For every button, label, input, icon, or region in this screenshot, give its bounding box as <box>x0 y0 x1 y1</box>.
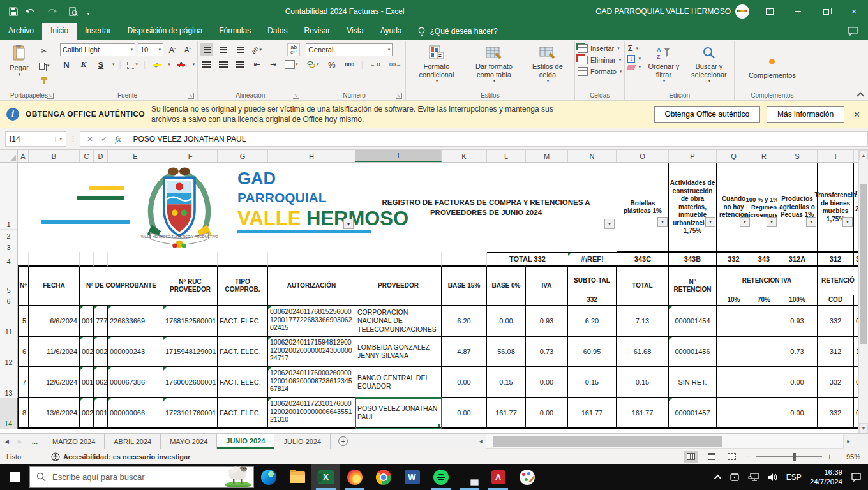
header-ruc[interactable]: Nº RUC PROVEEDOR <box>163 267 218 306</box>
cell-12-total[interactable]: 61.68 <box>617 337 669 368</box>
action-center-icon[interactable] <box>851 472 862 482</box>
header-subtotal-code[interactable]: 332 <box>568 295 617 306</box>
cell-343[interactable]: 343 <box>751 252 777 267</box>
cell-11-date[interactable]: 6/6/2024 <box>29 306 80 337</box>
cell-14-n[interactable]: 8 <box>18 398 29 429</box>
grow-font-icon[interactable]: Aˆ <box>166 43 179 56</box>
tab-insertar[interactable]: Insertar <box>77 23 119 40</box>
taskbar-edge-icon[interactable] <box>254 464 283 490</box>
cell-14-auth[interactable]: 1306202401172310176000120020010000000664… <box>268 398 355 429</box>
align-right-icon[interactable] <box>234 58 246 71</box>
align-bottom-icon[interactable] <box>234 43 246 56</box>
scroll-right-icon[interactable]: ▶ <box>844 434 854 449</box>
cell-12-cod[interactable]: 312 <box>818 337 854 368</box>
comma-style-icon[interactable]: 000 <box>343 58 356 71</box>
find-select-button[interactable]: Buscar y seleccionar▾ <box>687 43 731 90</box>
cell-14-base15[interactable]: 0.00 <box>442 398 487 429</box>
taskbar-search-input[interactable]: Escribe aquí para buscar <box>29 466 254 488</box>
zoom-out-icon[interactable]: − <box>745 452 751 462</box>
align-middle-icon[interactable] <box>217 43 230 56</box>
column-header-N[interactable]: N <box>568 150 617 162</box>
decrease-decimal-icon[interactable]: .00→ <box>386 58 403 71</box>
cell-12-iva[interactable]: 0.73 <box>526 337 568 368</box>
cell-332[interactable]: 332 <box>717 252 751 267</box>
header-cod[interactable]: COD <box>818 295 854 306</box>
header-comprobante[interactable]: Nº DE COMPROBANTE <box>80 267 163 306</box>
cell-14-r70[interactable] <box>751 398 777 429</box>
print-preview-icon[interactable] <box>68 7 78 17</box>
filter-dropdown-construccion[interactable]: ▼ <box>705 217 715 227</box>
cell-12-r10[interactable] <box>717 337 751 368</box>
accounting-format-icon[interactable]: ▾ <box>306 58 320 71</box>
align-left-icon[interactable] <box>200 58 213 71</box>
column-header-G[interactable]: G <box>218 150 268 162</box>
cell-12-n[interactable]: 6 <box>18 337 29 368</box>
cell-11-type[interactable]: FACT. ELEC. <box>218 306 268 337</box>
cell-312a[interactable]: 312A <box>777 252 818 267</box>
taskbar-word-icon[interactable]: W <box>398 464 426 490</box>
cell-12-r100[interactable]: 0.73 <box>777 337 818 368</box>
cell-13-ruc[interactable]: 1760002600001 <box>163 368 218 398</box>
horizontal-scrollbar[interactable]: ◀ ▶ <box>475 434 854 449</box>
fill-button[interactable]: ↓▾ <box>627 55 641 63</box>
column-header-D[interactable]: D <box>94 150 108 162</box>
cell-total-332[interactable]: TOTAL 332 <box>487 252 568 267</box>
italic-button[interactable]: K <box>77 58 90 71</box>
scroll-up-icon[interactable]: ▲ <box>859 150 868 160</box>
column-header-A[interactable]: A <box>18 150 29 162</box>
cell-13-base0[interactable]: 0.15 <box>487 368 526 398</box>
wrap-text-icon[interactable]: abc↵ <box>287 43 300 56</box>
taskbar-chrome-profile-icon[interactable] <box>455 464 484 490</box>
header-iva[interactable]: IVA <box>526 267 568 306</box>
paste-button[interactable]: Pegar ▾ <box>4 43 34 90</box>
insert-cells-button[interactable]: Insertar▾ <box>578 44 622 53</box>
addins-button[interactable]: Complementos <box>746 41 798 90</box>
row-header-6[interactable]: 6 <box>0 295 17 306</box>
volume-icon[interactable] <box>767 473 778 482</box>
taskbar-explorer-icon[interactable] <box>283 464 311 490</box>
sort-filter-button[interactable]: AZ Ordenar y filtrar▾ <box>644 43 684 90</box>
increase-decimal-icon[interactable]: ←.0 <box>368 58 382 71</box>
align-center-icon[interactable] <box>217 58 230 71</box>
filter-dropdown-agricolas[interactable]: ▼ <box>806 217 816 227</box>
header-proveedor[interactable]: PROVEEDOR <box>355 267 442 306</box>
cell-14-cod[interactable]: 332 <box>818 398 854 429</box>
sheet-tab-marzo[interactable]: MARZO 2024 <box>43 434 105 449</box>
tab-datos[interactable]: Datos <box>259 23 296 40</box>
row-header-5[interactable]: 5 <box>0 267 17 295</box>
network-icon[interactable] <box>748 473 759 482</box>
filter-dropdown-logo[interactable]: ▼ <box>343 219 354 229</box>
column-header-M[interactable]: M <box>526 150 568 162</box>
tab-formulas[interactable]: Fórmulas <box>211 23 259 40</box>
column-header-Q[interactable]: Q <box>717 150 751 162</box>
cell-14-nret[interactable]: 000001457 <box>669 398 717 429</box>
header-construccion[interactable]: Actividades de construcción de obra mate… <box>669 163 717 252</box>
header-autorizacion[interactable]: AUTORIZACIÓN <box>268 267 355 306</box>
increase-indent-icon[interactable]: ⇥ <box>267 58 280 71</box>
header-retencion-iva[interactable]: RETENCION IVA <box>717 267 818 295</box>
cell-11-n[interactable]: 5 <box>18 306 29 337</box>
name-box[interactable]: I14▾ <box>5 131 66 147</box>
cell-11-r10[interactable] <box>717 306 751 337</box>
tablet-mode-icon[interactable] <box>730 473 740 482</box>
orientation-icon[interactable]: ab▾ <box>250 43 263 56</box>
merge-center-icon[interactable]: ▾ <box>283 58 299 71</box>
number-format-select[interactable]: General▾ <box>306 43 393 56</box>
cell-13-s2[interactable]: 062 <box>94 368 108 398</box>
cell-13-base15[interactable]: 0.00 <box>442 368 487 398</box>
header-subtotal[interactable]: SUBTO-TAL <box>568 267 617 295</box>
borders-icon[interactable]: ▾ <box>126 58 140 71</box>
cell-styles-button[interactable]: Estilos de celda▾ <box>527 43 568 90</box>
cell-343b[interactable]: 343B <box>669 252 717 267</box>
cell-13-auth[interactable]: 1206202401176000260000120010620000673861… <box>268 368 355 398</box>
cell-11-sub[interactable]: 6.20 <box>568 306 617 337</box>
cell-12-ruc[interactable]: 1715948129001 <box>163 337 218 368</box>
row-header-12[interactable]: 12 <box>0 337 18 368</box>
zoom-in-icon[interactable]: + <box>827 452 832 462</box>
cell-14-total[interactable]: 161.77 <box>617 398 669 429</box>
taskbar-acrobat-icon[interactable]: Λ <box>484 464 513 490</box>
cell-14-s2[interactable]: 001 <box>94 398 108 429</box>
column-header-L[interactable]: L <box>487 150 526 162</box>
percent-style-icon[interactable]: % <box>326 58 338 71</box>
cell-12-comp[interactable]: 000000243 <box>108 337 163 368</box>
